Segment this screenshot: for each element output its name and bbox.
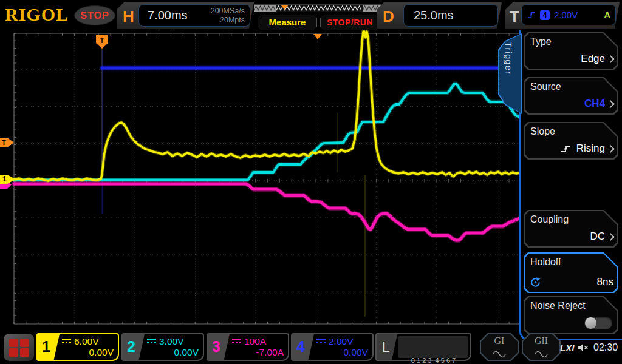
lxi-logo: LXI [560, 343, 574, 353]
memory-position-bar[interactable] [254, 4, 381, 12]
acquisition-info: 200MSa/s 20Mpts [211, 7, 245, 25]
trace-ch2 [14, 84, 519, 180]
trigger-label: T [510, 7, 519, 26]
generator2-label: GII [522, 335, 561, 346]
rigol-logo: RIGOL [5, 4, 69, 25]
menu-item-source[interactable]: Source CH4 [524, 77, 618, 115]
menu-item-holdoff[interactable]: Holdoff 8ns [524, 252, 618, 293]
menu-grid-icon [20, 348, 29, 357]
toggle-knob [585, 317, 596, 329]
menu-grid-icon [9, 348, 18, 357]
horizontal-label: H [123, 7, 134, 26]
dc-coupling-icon [316, 339, 326, 345]
trace-ch2 [14, 84, 519, 180]
channel3-number: 3 [212, 338, 220, 356]
menu-item-label: Noise Reject [530, 300, 586, 311]
channel2-offset: 0.00V [174, 347, 199, 358]
channel1-status-box[interactable]: 1 6.00V 0.00V [36, 333, 119, 361]
horizontal-readout[interactable]: 7.00ms 200MSa/s 20Mpts [138, 4, 250, 27]
trigger-menu-tab-label: Trigger [504, 42, 514, 75]
rising-slope-icon [560, 144, 572, 153]
trigger-source-badge: 4 [540, 10, 550, 20]
logic-label: L [382, 339, 390, 356]
channel1-scale: 6.00V [74, 336, 99, 347]
menu-item-value: CH4 [584, 98, 605, 110]
rotate-knob-icon [530, 277, 541, 288]
menu-item-slope[interactable]: Slope Rising [524, 122, 618, 160]
menu-grid-icon [9, 339, 18, 347]
delay-readout[interactable]: 25.0ms [403, 4, 498, 27]
top-status-bar: RIGOL STOP H 7.00ms 200MSa/s 20Mpts Meas… [0, 0, 622, 30]
dc-coupling-icon [147, 339, 156, 345]
channel2-status-box[interactable]: 2 3.00V 0.00V [121, 333, 204, 361]
chevron-right-icon [607, 55, 615, 63]
trigger-panel[interactable]: T 4 2.00V A [505, 2, 620, 29]
chevron-right-icon [607, 145, 615, 153]
trigger-level-value: 2.00V [554, 10, 578, 20]
menu-item-value: Edge [581, 53, 605, 65]
channel1-offset: 0.00V [89, 347, 114, 358]
menu-item-value: 8ns [597, 276, 613, 288]
menu-item-label: Holdoff [530, 257, 561, 268]
trigger-readout[interactable]: 4 2.00V A [521, 4, 616, 25]
channel4-scale: 2.00V [329, 336, 354, 347]
channel2-scale: 3.00V [159, 336, 184, 347]
noise-reject-toggle[interactable] [584, 317, 612, 329]
menu-item-label: Type [530, 36, 552, 47]
trigger-sweep-mode: A [604, 10, 610, 20]
channel2-number: 2 [127, 338, 135, 356]
channel4-number: 4 [296, 338, 305, 356]
menu-item-label: Coupling [530, 214, 569, 225]
waveform-display[interactable]: T [12, 30, 521, 328]
svg-text:T: T [100, 36, 104, 45]
menu-item-value: DC [590, 231, 605, 243]
horizontal-panel[interactable]: H 7.00ms 200MSa/s 20Mpts [117, 2, 254, 29]
run-state-badge: STOP [74, 5, 115, 25]
timebase-value: 7.00ms [148, 8, 188, 22]
menu-item-type[interactable]: Type Edge [524, 32, 618, 70]
rising-edge-icon [527, 10, 536, 19]
center-reference-marker [313, 34, 322, 39]
sample-rate: 200MSa/s [211, 7, 245, 16]
delay-label: D [383, 7, 394, 26]
channel3-scale: 100A [244, 336, 266, 347]
logic-channels-box[interactable]: L 0 1 2 3 4 5 6 7 8 9 1011 12131415 [375, 333, 471, 361]
sine-wave-icon [534, 351, 549, 358]
memory-depth: 20Mpts [211, 16, 245, 25]
chevron-right-icon [607, 233, 615, 241]
stop-run-button[interactable]: STOP/RUN [320, 15, 380, 30]
channel3-status-box[interactable]: 3 100A -7.00A [207, 333, 289, 361]
logic-row-1: 0 1 2 3 4 5 6 7 [398, 356, 468, 364]
menu-item-coupling[interactable]: Coupling DC [524, 210, 618, 248]
channel4-status-box[interactable]: 4 2.00V 0.00V [291, 333, 374, 361]
home-menu-button[interactable] [4, 334, 34, 361]
menu-item-label: Source [530, 81, 561, 92]
delay-value: 25.0ms [414, 8, 454, 22]
generator2-button[interactable]: GII [522, 333, 561, 361]
channel1-number: 1 [42, 338, 50, 356]
clock: 02:30 [593, 342, 618, 353]
menu-grid-icon [20, 339, 29, 347]
trace-ch3 [14, 184, 519, 240]
dc-coupling-icon [232, 339, 241, 345]
delay-panel[interactable]: D 25.0ms [377, 2, 502, 29]
measure-button[interactable]: Measure [258, 15, 317, 30]
menu-item-noise-reject[interactable]: Noise Reject [524, 296, 618, 334]
channel4-offset: 0.00V [343, 347, 368, 358]
generator1-button[interactable]: GI [480, 333, 519, 361]
speaker-muted-icon[interactable] [578, 343, 589, 352]
menu-item-value: Rising [576, 143, 605, 155]
trace-ch3 [14, 184, 519, 240]
logic-channel-list: 0 1 2 3 4 5 6 7 8 9 1011 12131415 [398, 336, 468, 358]
dc-coupling-icon [62, 339, 71, 345]
generator1-label: GI [480, 335, 519, 346]
chevron-right-icon [607, 100, 615, 108]
menu-item-label: Slope [530, 126, 555, 137]
sine-wave-icon [492, 351, 507, 358]
channel3-offset: -7.00A [256, 347, 284, 358]
